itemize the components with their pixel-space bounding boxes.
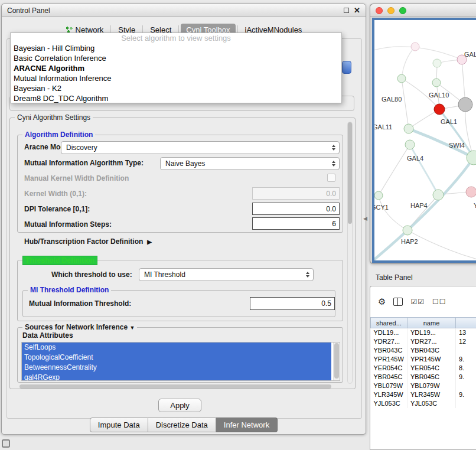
network-node-gal10[interactable] <box>432 79 441 87</box>
table-cell: 9. <box>456 390 476 399</box>
table-row[interactable]: YLR345WYLR345W9. <box>371 390 476 399</box>
attributes-scrollbar[interactable] <box>333 343 340 380</box>
network-node-red-hub[interactable] <box>434 104 445 115</box>
table-cell: YBL079W <box>371 381 407 390</box>
table-cell: YJL053C <box>371 399 407 408</box>
expand-arrow-icon: ▶ <box>147 239 152 245</box>
minimize-traffic-icon[interactable] <box>387 7 395 14</box>
network-node-gal4[interactable] <box>405 140 415 149</box>
network-node-faint-2[interactable] <box>433 59 441 67</box>
algorithm-dropdown-popup: Select algorithm to view settings Bayesi… <box>10 32 342 103</box>
network-edge[interactable] <box>402 47 415 79</box>
kernel-width-label: Kernel Width (0,1): <box>24 190 87 198</box>
network-node-gal80[interactable] <box>397 74 406 83</box>
minimized-panel-icon[interactable] <box>2 439 10 448</box>
dpi-tolerance-input[interactable] <box>252 203 340 215</box>
network-node-faint-1[interactable] <box>411 43 419 51</box>
network-node-gray-hub[interactable] <box>458 97 472 112</box>
network-edge[interactable] <box>379 145 410 195</box>
node-label-swi4: SWI4 <box>449 142 465 149</box>
column-header-shared[interactable]: shared... <box>371 318 407 328</box>
network-node-swi4[interactable] <box>467 151 476 165</box>
network-node-gal11[interactable] <box>404 124 413 133</box>
float-window-icon[interactable] <box>344 8 349 13</box>
network-node-hap4[interactable] <box>433 190 444 200</box>
algorithm-option-aracne-algorithm[interactable]: ARACNE Algorithm <box>11 63 341 73</box>
kernel-width-input <box>252 187 340 200</box>
algorithm-option-bayesian-hill-climbing[interactable]: Bayesian - Hill Climbing <box>11 43 341 53</box>
algorithm-dropdown-list: Bayesian - Hill ClimbingBasic Correlatio… <box>11 43 341 103</box>
column-header-name[interactable]: name <box>407 318 456 328</box>
bottom-tab-discretize-data[interactable]: Discretize Data <box>148 418 216 432</box>
network-edge[interactable] <box>407 230 476 262</box>
column-header-blank[interactable] <box>456 318 476 328</box>
sources-group: Sources for Network Inference ▼ Data Att… <box>17 327 343 383</box>
table-cell: 9. <box>456 355 476 364</box>
table-row[interactable]: YJL053CYJL053C <box>371 399 476 408</box>
apply-button[interactable]: Apply <box>158 399 201 412</box>
bottom-tab-infer-network[interactable]: Infer Network <box>216 418 278 432</box>
network-node-pink-right[interactable] <box>466 187 476 197</box>
attribute-item-gal4rgexp[interactable]: gal4RGexp <box>22 373 331 381</box>
algorithm-option-dream8-dc-tdc-algorithm[interactable]: Dream8 DC_TDC Algorithm <box>11 93 341 103</box>
settings-scrollbar[interactable] <box>347 122 353 384</box>
hub-definition-expander[interactable]: Hub/Transcription Factor Definition ▶ <box>24 237 152 246</box>
which-threshold-select[interactable]: MI Threshold <box>139 268 314 281</box>
table-cell: YER054C <box>371 364 407 373</box>
algorithm-option-basic-correlation-inference[interactable]: Basic Correlation Inference <box>11 53 341 63</box>
network-edge[interactable] <box>410 145 438 195</box>
columns-icon[interactable] <box>393 298 403 306</box>
table-row[interactable]: YER054CYER054C8. <box>371 364 476 373</box>
bottom-tab-impute-data[interactable]: Impute Data <box>90 418 148 432</box>
aracne-mode-value: Discovery <box>66 144 97 152</box>
table-row[interactable]: YBL079WYBL079W <box>371 381 476 390</box>
show-columns-icon[interactable]: ☑☑ <box>410 298 425 306</box>
algorithm-option-bayesian-k2[interactable]: Bayesian - K2 <box>11 83 341 93</box>
gear-icon[interactable]: ⚙ <box>378 296 386 307</box>
sources-group-title[interactable]: Sources for Network Inference ▼ <box>22 323 137 331</box>
close-icon[interactable]: ✕ <box>354 8 360 14</box>
table-header-row: shared...name <box>371 318 476 328</box>
table-row[interactable]: YBR043CYBR043C <box>371 346 476 355</box>
mi-algorithm-type-select[interactable]: Naive Bayes <box>160 157 340 170</box>
table-cell: YBL079W <box>407 381 456 390</box>
algorithm-option-mutual-information-inference[interactable]: Mutual Information Inference <box>11 73 341 83</box>
bottom-tabs: Impute DataDiscretize DataInfer Network <box>2 418 366 432</box>
table-cell: YBR045C <box>371 373 407 381</box>
dropdown-placeholder: Select algorithm to view settings <box>11 33 341 43</box>
horizontal-scrollbar[interactable] <box>19 384 331 389</box>
attribute-item-betweennesscentrality[interactable]: BetweennessCentrality <box>22 363 331 373</box>
mi-threshold-input[interactable] <box>250 297 335 310</box>
threshold-definition-group: Threshold Definition Which threshold to … <box>17 260 343 321</box>
network-node-gcy1[interactable] <box>374 191 383 200</box>
attribute-item-selfloops[interactable]: SelfLoops <box>22 343 331 353</box>
panel-collapse-arrow[interactable]: ◀ <box>363 216 367 221</box>
network-edge[interactable] <box>402 79 409 129</box>
data-attributes-label: Data Attributes <box>22 331 73 340</box>
network-edge[interactable] <box>374 158 474 262</box>
attribute-item-topologicalcoefficient[interactable]: TopologicalCoefficient <box>22 353 331 363</box>
network-edge[interactable] <box>379 195 407 230</box>
table-row[interactable]: YDL19...YDL19...13 <box>371 328 476 337</box>
attributes-scrollbar-thumb[interactable] <box>334 343 339 379</box>
table-row[interactable]: YDR27...YDR27...12 <box>371 337 476 346</box>
network-node-hap2[interactable] <box>403 226 412 235</box>
network-graph: GALGAL80GAL10GAL1GAL11SWI4GAL4GCY1HAP4HA… <box>374 20 476 262</box>
algorithm-definition-group: Algorithm Definition Aracne Mode: Discov… <box>17 135 343 233</box>
mi-steps-input[interactable] <box>252 217 340 230</box>
close-traffic-icon[interactable] <box>376 7 383 14</box>
table-panel-title: Table Panel <box>376 273 413 282</box>
zoom-traffic-icon[interactable] <box>399 7 406 14</box>
aracne-mode-select[interactable]: Discovery <box>61 141 340 154</box>
table-cell: YPR145W <box>371 355 407 364</box>
table-cell: YBR043C <box>371 346 407 355</box>
table-panel-body: ⚙☑☑☐☐ shared...name YDL19...YDL19...13YD… <box>370 286 476 450</box>
network-canvas[interactable]: GALGAL80GAL10GAL1GAL11SWI4GAL4GCY1HAP4HA… <box>372 18 476 263</box>
table-row[interactable]: YBR045CYBR045C9. <box>371 373 476 381</box>
scrollbar-thumb[interactable] <box>348 122 352 224</box>
table-cell: YBR045C <box>407 373 456 381</box>
node-table: shared...name YDL19...YDL19...13YDR27...… <box>370 317 476 408</box>
hide-columns-icon[interactable]: ☐☐ <box>432 298 446 306</box>
table-cell: 13 <box>456 328 476 337</box>
table-row[interactable]: YPR145WYPR145W9. <box>371 355 476 364</box>
